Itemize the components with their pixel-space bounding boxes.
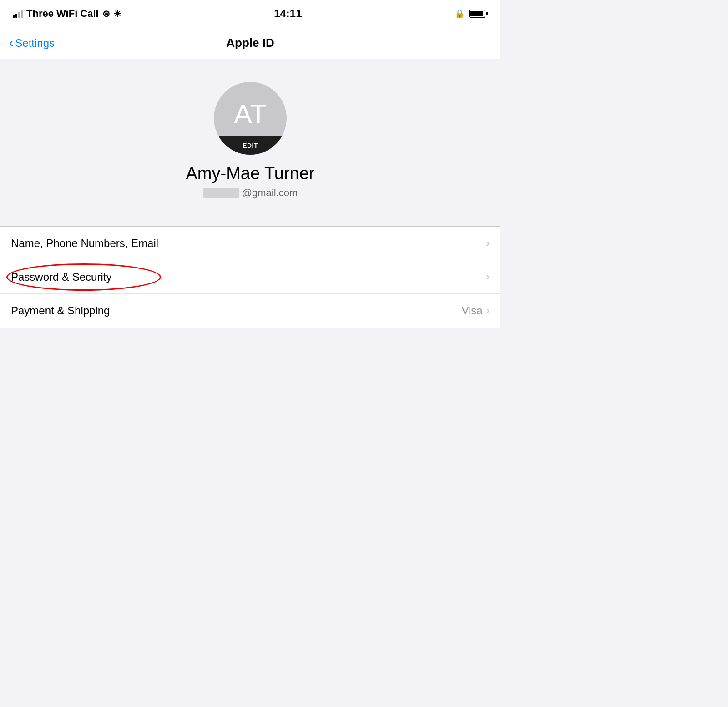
name-phone-email-row[interactable]: Name, Phone Numbers, Email › xyxy=(0,227,500,260)
profile-name: Amy-Mae Turner xyxy=(186,164,315,183)
chevron-right-icon: › xyxy=(486,237,490,249)
signal-bars-icon xyxy=(13,10,23,18)
settings-list: Name, Phone Numbers, Email › Password & … xyxy=(0,217,500,337)
name-phone-email-right: › xyxy=(486,237,490,249)
avatar-container[interactable]: AT EDIT xyxy=(214,82,287,155)
status-right: 🔒 xyxy=(455,9,488,19)
nav-bar: ‹ Settings Apple ID xyxy=(0,27,500,59)
back-button[interactable]: ‹ Settings xyxy=(9,37,55,50)
payment-shipping-label: Payment & Shipping xyxy=(11,304,110,317)
payment-shipping-right: Visa › xyxy=(461,304,490,317)
status-bar: Three WiFi Call ⊜ ✳ 14:11 🔒 xyxy=(0,0,500,27)
name-phone-email-label: Name, Phone Numbers, Email xyxy=(11,237,158,250)
carrier-label: Three WiFi Call xyxy=(26,8,99,20)
profile-section: AT EDIT Amy-Mae Turner @gmail.com xyxy=(0,59,500,217)
payment-shipping-row[interactable]: Payment & Shipping Visa › xyxy=(0,294,500,328)
password-security-label: Password & Security xyxy=(11,271,111,283)
status-time: 14:11 xyxy=(274,7,302,20)
battery-indicator xyxy=(469,10,488,18)
password-security-row[interactable]: Password & Security › xyxy=(0,260,500,294)
settings-group: Name, Phone Numbers, Email › Password & … xyxy=(0,226,500,328)
status-left: Three WiFi Call ⊜ ✳ xyxy=(13,8,121,20)
chevron-right-icon: › xyxy=(486,305,490,317)
wifi-icon: ⊜ xyxy=(102,8,110,19)
avatar-edit-label: EDIT xyxy=(243,142,258,149)
avatar-initials: AT xyxy=(234,98,267,130)
email-blur xyxy=(203,188,239,198)
lock-icon: 🔒 xyxy=(455,9,465,19)
password-security-right: › xyxy=(486,271,490,283)
avatar: AT EDIT xyxy=(214,82,287,155)
back-chevron-icon: ‹ xyxy=(9,36,13,49)
activity-icon: ✳ xyxy=(114,8,121,19)
profile-email-container: @gmail.com xyxy=(203,187,298,199)
page-title: Apple ID xyxy=(226,36,274,50)
profile-email-suffix: @gmail.com xyxy=(242,187,298,199)
avatar-edit-overlay[interactable]: EDIT xyxy=(214,136,287,155)
payment-shipping-value: Visa xyxy=(461,304,482,317)
back-label: Settings xyxy=(15,37,55,50)
chevron-right-icon: › xyxy=(486,271,490,283)
